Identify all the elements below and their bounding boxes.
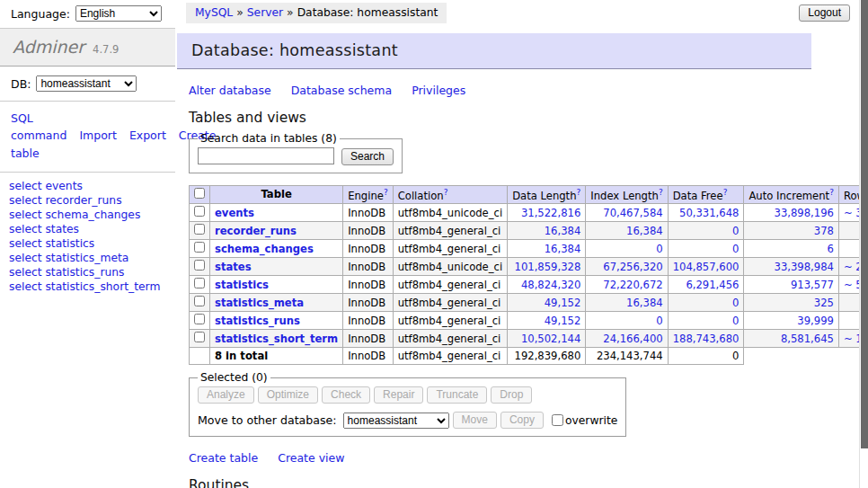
sidebar-table-link[interactable]: select states <box>9 224 168 236</box>
column-help-link[interactable]: ? <box>829 188 834 197</box>
data-free-link[interactable]: 104,857,600 <box>673 261 740 273</box>
overwrite-checkbox[interactable] <box>552 414 563 426</box>
sidebar-action-link[interactable]: Import <box>79 129 117 142</box>
repair-button[interactable]: Repair <box>374 386 423 404</box>
app-version[interactable]: 4.7.9 <box>93 43 119 56</box>
sidebar-table-link[interactable]: select schema_changes <box>9 209 168 222</box>
data-length-link[interactable]: 49,152 <box>545 315 581 327</box>
drop-button[interactable]: Drop <box>491 386 532 404</box>
breadcrumb-link[interactable]: Server <box>247 6 283 19</box>
auto-increment-link[interactable]: 39,999 <box>797 315 834 327</box>
table-name-link[interactable]: recorder_runs <box>215 225 297 237</box>
sidebar-action-link[interactable]: SQL command <box>11 111 66 142</box>
optimize-button[interactable]: Optimize <box>258 386 318 404</box>
table-name-link[interactable]: events <box>215 207 254 219</box>
auto-increment-link[interactable]: 8,581,645 <box>781 333 834 345</box>
index-length-link[interactable]: 16,384 <box>626 225 663 237</box>
create-link[interactable]: Create view <box>278 451 344 465</box>
copy-button[interactable]: Copy <box>500 412 544 429</box>
sidebar-actions: SQL commandImportExportCreate table <box>0 102 175 173</box>
row-checkbox[interactable] <box>194 242 205 253</box>
column-help-link[interactable]: ? <box>659 188 663 197</box>
logout-button[interactable]: Logout <box>799 4 850 22</box>
data-length-link[interactable]: 48,824,320 <box>521 279 580 291</box>
app-name: Adminer <box>13 37 84 57</box>
sidebar-table-link[interactable]: select statistics <box>9 238 168 251</box>
breadcrumb-link[interactable]: MySQL <box>195 6 233 19</box>
analyze-button[interactable]: Analyze <box>198 386 254 404</box>
column-help-link[interactable]: ? <box>577 188 581 197</box>
row-checkbox[interactable] <box>194 206 205 217</box>
sidebar-table-link[interactable]: select recorder_runs <box>9 195 168 208</box>
check-button[interactable]: Check <box>322 386 370 404</box>
table-name-link[interactable]: schema_changes <box>215 243 314 255</box>
data-free-link[interactable]: 6,291,456 <box>686 279 739 291</box>
database-action-link[interactable]: Database schema <box>291 84 392 97</box>
total-data-free-cell: 0 <box>668 348 744 365</box>
data-length-link[interactable]: 16,384 <box>545 225 581 237</box>
data-free-link[interactable]: 0 <box>732 243 739 255</box>
row-checkbox[interactable] <box>194 296 205 306</box>
table-name-link[interactable]: states <box>215 261 252 273</box>
db-select[interactable]: homeassistant <box>36 75 137 92</box>
move-button[interactable]: Move <box>453 412 497 429</box>
data-free-link[interactable]: 0 <box>732 315 739 327</box>
data-length-link[interactable]: 10,502,144 <box>521 333 580 345</box>
row-checkbox[interactable] <box>194 260 205 271</box>
auto-increment-link[interactable]: 325 <box>814 297 834 309</box>
column-header: Collation? <box>393 185 507 204</box>
table-name-link[interactable]: statistics_runs <box>215 315 300 327</box>
row-checkbox[interactable] <box>194 332 205 342</box>
sidebar-table-link[interactable]: select statistics_runs <box>9 267 168 279</box>
row-checkbox[interactable] <box>194 314 205 324</box>
table-row: statisticsInnoDButf8mb4_general_ci48,824… <box>190 276 868 294</box>
table-name-link[interactable]: statistics_short_term <box>215 333 338 345</box>
index-length-link[interactable]: 0 <box>656 315 662 327</box>
index-length-link[interactable]: 72,220,672 <box>603 279 662 291</box>
auto-increment-link[interactable]: 33,898,196 <box>775 207 834 219</box>
select-all-checkbox[interactable] <box>194 188 205 199</box>
index-length-link[interactable]: 70,467,584 <box>603 207 662 219</box>
auto-increment-link[interactable]: 6 <box>828 243 834 255</box>
auto-increment-cell: 33,898,196 <box>744 204 839 222</box>
data-length-link[interactable]: 101,859,328 <box>515 261 581 273</box>
index-length-link[interactable]: 24,166,400 <box>603 333 662 345</box>
row-checkbox[interactable] <box>194 224 205 235</box>
index-length-link[interactable]: 67,256,320 <box>603 261 662 273</box>
row-checkbox[interactable] <box>194 278 205 288</box>
table-name-link[interactable]: statistics <box>215 279 269 291</box>
column-help-link[interactable]: ? <box>723 188 728 197</box>
search-button[interactable]: Search <box>341 148 394 165</box>
database-action-link[interactable]: Privileges <box>412 84 465 97</box>
data-free-link[interactable]: 188,743,680 <box>673 333 740 345</box>
truncate-button[interactable]: Truncate <box>427 386 487 404</box>
database-action-link[interactable]: Alter database <box>189 84 271 97</box>
sidebar-table-link[interactable]: select statistics_short_term <box>9 281 168 294</box>
auto-increment-cell: 8,581,645 <box>744 330 839 348</box>
data-free-link[interactable]: 0 <box>732 297 739 309</box>
index-length-link[interactable]: 16,384 <box>626 297 663 309</box>
engine-cell: InnoDB <box>343 240 394 258</box>
data-free-link[interactable]: 50,331,648 <box>679 207 739 219</box>
search-input[interactable] <box>198 147 334 164</box>
data-length-link[interactable]: 16,384 <box>545 243 581 255</box>
table-name-link[interactable]: statistics_meta <box>215 297 304 309</box>
selected-buttons: AnalyzeOptimizeCheckRepairTruncateDrop <box>198 386 617 404</box>
collation-cell: utf8mb4_unicode_ci <box>393 258 507 276</box>
move-db-select[interactable]: homeassistant <box>343 413 449 429</box>
scrollbar-thumb[interactable] <box>861 0 868 448</box>
sidebar-table-link[interactable]: select statistics_meta <box>9 253 168 265</box>
column-help-link[interactable]: ? <box>444 188 448 197</box>
index-length-link[interactable]: 0 <box>656 243 662 255</box>
data-length-link[interactable]: 31,522,816 <box>521 207 580 219</box>
column-help-link[interactable]: ? <box>384 188 388 197</box>
data-length-link[interactable]: 49,152 <box>545 297 581 309</box>
language-select[interactable]: English <box>75 5 162 22</box>
create-link[interactable]: Create table <box>189 451 258 465</box>
sidebar-table-link[interactable]: select events <box>9 181 168 193</box>
auto-increment-link[interactable]: 33,398,984 <box>775 261 834 273</box>
sidebar-action-link[interactable]: Export <box>129 129 166 142</box>
data-free-link[interactable]: 0 <box>732 225 739 237</box>
auto-increment-link[interactable]: 913,577 <box>791 279 834 291</box>
auto-increment-link[interactable]: 378 <box>814 225 834 237</box>
